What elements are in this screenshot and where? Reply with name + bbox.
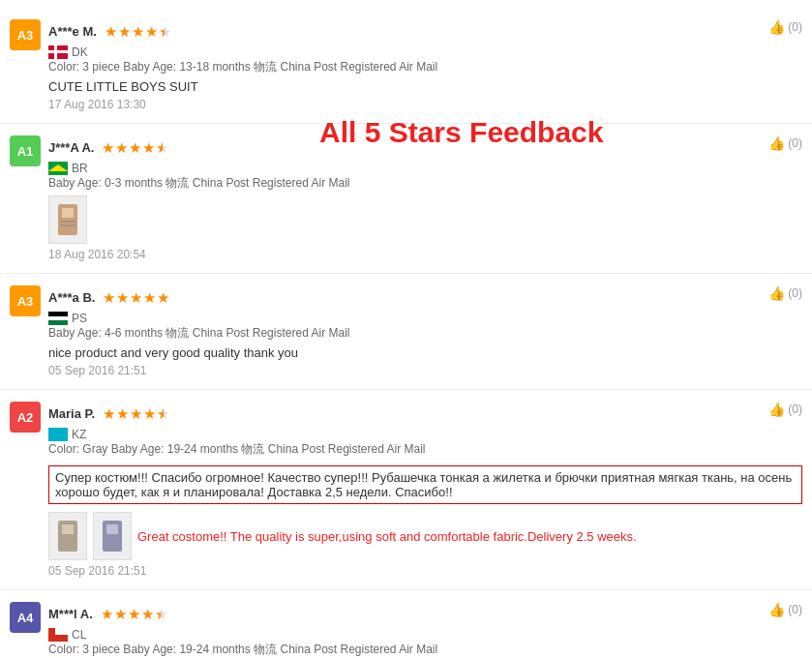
translated-text: Great costome!! The quality is super,usi… — [137, 529, 637, 544]
product-name: CUTE LITTLE BOYS SUIT — [48, 79, 802, 94]
country-code: KZ — [72, 428, 86, 441]
thumbs-up-icon: 👍 — [768, 402, 785, 417]
country-flag — [48, 428, 68, 441]
helpful-count[interactable]: 👍 (0) — [768, 19, 802, 35]
reviewer-name: A***a B. — [48, 290, 95, 305]
country-flag — [48, 45, 68, 59]
svg-rect-7 — [106, 524, 118, 534]
review-timestamp: 17 Aug 2016 13:30 — [48, 98, 802, 111]
review-text: nice product and very good quality thank… — [48, 345, 802, 360]
review-item: A3 A***a B. ★ ★ ★ ★ ★ PS B — [0, 274, 812, 390]
review-item: A3 A***e M. ★ ★ ★ ★ ★★ DK Color: 3 piece… — [0, 8, 812, 124]
review-item: A1 J***A A. ★ ★ ★ ★ ★★ BR Baby Age: 0-3 … — [0, 124, 812, 274]
review-item: A4 M***l A. ★ ★ ★ ★ ★★ CL Color: 3 pi — [0, 590, 812, 658]
review-image[interactable] — [93, 512, 132, 560]
thumbs-up-icon: 👍 — [768, 135, 785, 151]
review-image[interactable] — [48, 512, 87, 560]
review-body: J***A A. ★ ★ ★ ★ ★★ BR Baby Age: 0-3 mon… — [48, 135, 802, 261]
star-rating: ★ ★ ★ ★ ★★ — [105, 23, 171, 41]
avatar: A3 — [10, 19, 41, 50]
review-images: Great costome!! The quality is super,usi… — [48, 512, 802, 560]
review-images — [48, 195, 802, 244]
avatar: A3 — [10, 285, 41, 316]
helpful-number: (0) — [788, 136, 802, 150]
star-rating: ★ ★ ★ ★ ★★ — [103, 405, 169, 423]
helpful-number: (0) — [788, 20, 802, 34]
review-text-highlighted: Супер костюм!!! Спасибо огромное! Качест… — [48, 465, 802, 504]
review-item: A2 Maria P. ★ ★ ★ ★ ★★ KZ Color: Gray Ba… — [0, 390, 812, 590]
review-list: All 5 Stars Feedback A3 A***e M. ★ ★ ★ ★… — [0, 0, 812, 658]
review-body: A***a B. ★ ★ ★ ★ ★ PS Baby Age: 4-6 mont… — [48, 285, 802, 377]
country-code: CL — [72, 628, 86, 642]
review-meta: Baby Age: 0-3 months 物流 China Post Regis… — [48, 175, 802, 192]
reviewer-name: J***A A. — [48, 140, 94, 155]
country-code: PS — [72, 312, 87, 325]
country-flag — [48, 162, 68, 175]
helpful-count[interactable]: 👍 (0) — [768, 602, 802, 617]
review-timestamp: 18 Aug 2016 20:54 — [48, 248, 802, 261]
star-rating: ★ ★ ★ ★ ★ — [103, 289, 169, 307]
review-image[interactable] — [48, 195, 87, 244]
country-code: DK — [72, 45, 88, 59]
country-flag — [48, 312, 68, 325]
star-rating: ★ ★ ★ ★ ★★ — [101, 606, 167, 623]
avatar: A1 — [10, 135, 41, 166]
helpful-number: (0) — [788, 603, 802, 616]
thumbs-up-icon: 👍 — [768, 285, 785, 301]
review-body: A***e M. ★ ★ ★ ★ ★★ DK Color: 3 piece Ba… — [48, 19, 802, 111]
helpful-number: (0) — [788, 403, 802, 416]
reviewer-name: Maria P. — [48, 406, 95, 421]
helpful-number: (0) — [788, 286, 802, 300]
thumbs-up-icon: 👍 — [768, 602, 785, 617]
country-code: BR — [72, 162, 88, 175]
review-meta: Color: 3 piece Baby Age: 19-24 months 物流… — [48, 642, 802, 658]
review-timestamp: 05 Sep 2016 21:51 — [48, 564, 802, 578]
star-rating: ★ ★ ★ ★ ★★ — [102, 139, 168, 157]
svg-rect-5 — [62, 524, 74, 534]
helpful-count[interactable]: 👍 (0) — [768, 135, 802, 151]
svg-rect-1 — [62, 208, 74, 218]
helpful-count[interactable]: 👍 (0) — [768, 285, 802, 301]
review-body: Maria P. ★ ★ ★ ★ ★★ KZ Color: Gray Baby … — [48, 402, 802, 578]
review-timestamp: 05 Sep 2016 21:51 — [48, 364, 802, 377]
helpful-count[interactable]: 👍 (0) — [768, 402, 802, 417]
thumbs-up-icon: 👍 — [768, 19, 785, 35]
review-meta: Color: Gray Baby Age: 19-24 months 物流 Ch… — [48, 441, 802, 458]
reviewer-name: A***e M. — [48, 24, 97, 39]
review-meta: Baby Age: 4-6 months 物流 China Post Regis… — [48, 325, 802, 342]
country-flag — [48, 628, 68, 642]
review-meta: Color: 3 piece Baby Age: 13-18 months 物流… — [48, 59, 802, 75]
review-body: M***l A. ★ ★ ★ ★ ★★ CL Color: 3 piece Ba… — [48, 602, 802, 658]
reviewer-name: M***l A. — [48, 607, 93, 621]
avatar: A4 — [10, 602, 41, 633]
avatar: A2 — [10, 402, 41, 433]
